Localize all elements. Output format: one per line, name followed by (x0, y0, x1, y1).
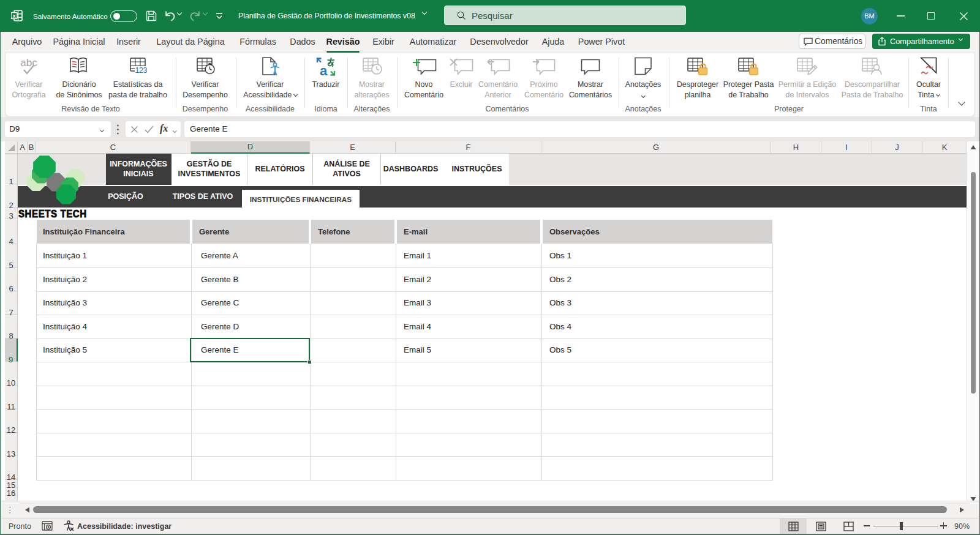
svg-text:a: a (320, 63, 328, 77)
svg-text:123: 123 (135, 66, 148, 75)
svg-text:abc: abc (20, 58, 37, 69)
svg-text:x: x (12, 13, 15, 19)
